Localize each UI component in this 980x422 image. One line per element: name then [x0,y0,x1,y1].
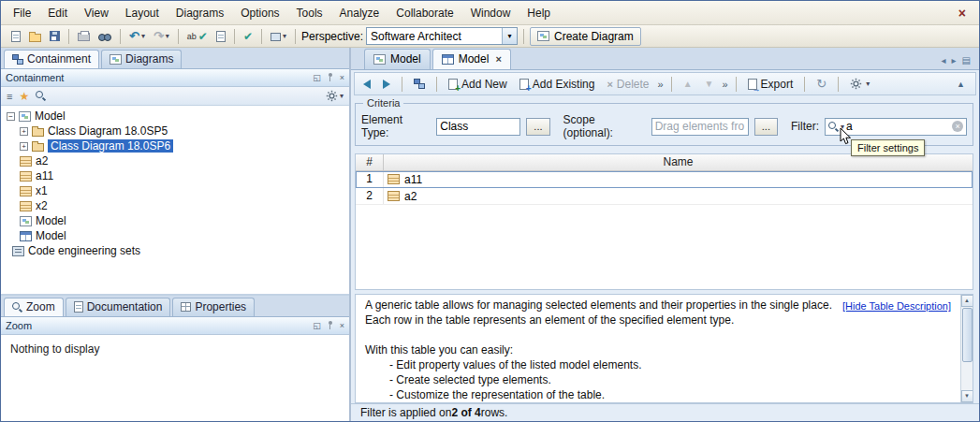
menu-help[interactable]: Help [519,3,559,23]
close-panel-icon[interactable]: × [340,73,344,82]
vertical-scrollbar[interactable]: ▲ ▼ [960,295,973,402]
menu-view[interactable]: View [76,3,117,23]
zoom-panel-header: Zoom ◱ × [1,317,349,335]
menu-diagrams[interactable]: Diagrams [168,3,232,23]
pin-icon[interactable] [327,73,334,82]
menu-collaborate[interactable]: Collaborate [388,3,461,23]
tree-item-code-engineering-sets[interactable]: Code engineering sets [1,243,349,258]
undo-button[interactable]: ↶▾ [126,27,148,45]
tree-item-x1[interactable]: x1 [1,183,349,198]
tree-item-model-diagram[interactable]: Model [1,213,349,228]
move-row-down-button[interactable]: ▼ [701,77,718,91]
export-button[interactable]: Export [744,76,797,93]
print-button[interactable] [75,29,93,43]
notes-button[interactable] [213,29,228,44]
collapse-toolbar-icon[interactable]: ▲ [951,78,971,91]
main-toolbar: ↶▾ ↷▾ ab✔ ✔ ▾ Perspective: Software Arch… [1,25,979,48]
collapse-handle-icon[interactable]: − [7,112,15,121]
tree-item-x2[interactable]: x2 [1,198,349,213]
close-tab-icon[interactable]: × [493,53,501,65]
back-button[interactable] [359,78,374,91]
move-row-up-button[interactable]: ▲ [680,77,696,91]
prev-tab-icon[interactable]: ◂ [941,55,945,65]
scrollbar-thumb[interactable] [962,308,973,362]
tab-model-table[interactable]: Model × [432,49,511,69]
gear-icon[interactable] [326,90,338,102]
show-in-containment-button[interactable] [410,77,429,91]
float-panel-icon[interactable]: ◱ [313,321,321,330]
tab-properties[interactable]: Properties [172,298,255,316]
tab-documentation[interactable]: Documentation [66,298,171,316]
tree-item-model-root[interactable]: − Model [1,109,349,124]
favorites-star-icon[interactable]: ★ [19,92,29,101]
tab-documentation-label: Documentation [87,300,163,313]
expand-handle-icon[interactable]: + [20,127,28,136]
create-diagram-button[interactable]: Create Diagram [530,27,641,46]
collapse-all-icon[interactable]: ≡ [7,92,12,101]
column-header-number[interactable]: # [356,154,384,170]
redo-button[interactable]: ↷▾ [151,27,172,45]
perspective-select[interactable]: Software Architect ▾ [366,27,518,45]
find-button[interactable] [95,31,114,42]
scope-field[interactable] [651,118,749,136]
menu-layout[interactable]: Layout [117,3,168,23]
tab-containment[interactable]: Containment [4,50,99,68]
clear-filter-icon[interactable]: × [952,121,963,132]
tree-item-class-diagram-sp5[interactable]: + Class Diagram 18.0SP5 [1,124,349,138]
search-icon[interactable] [828,122,839,132]
element-type-browse-button[interactable]: ... [526,118,549,136]
menu-window[interactable]: Window [462,3,519,23]
filter-input[interactable] [846,120,950,133]
column-header-name[interactable]: Name [384,154,973,170]
scroll-down-icon[interactable]: ▼ [961,390,973,402]
scope-browse-button[interactable]: ... [754,118,778,136]
open-project-button[interactable] [26,29,44,44]
overflow-chevron-icon[interactable]: » [658,79,664,90]
next-tab-icon[interactable]: ▸ [952,55,957,65]
forward-button[interactable] [379,78,394,91]
spell-check-button[interactable]: ab✔ [184,28,211,45]
menu-edit[interactable]: Edit [39,3,76,23]
module-button[interactable]: ▾ [268,29,289,43]
float-panel-icon[interactable]: ◱ [313,73,321,82]
tab-list-icon[interactable]: ▤ [962,55,971,65]
chevron-down-icon[interactable]: ▾ [502,28,517,44]
search-icon[interactable] [36,91,46,101]
tab-model-diagram[interactable]: Model [364,49,431,69]
chevron-down-icon: ▾ [141,32,145,40]
tree-item-a11[interactable]: a11 [1,168,349,183]
close-icon[interactable]: × [949,6,975,21]
add-existing-button[interactable]: Add Existing [516,76,599,93]
hide-table-description-link[interactable]: [Hide Table Description] [842,298,951,313]
new-project-button[interactable] [8,29,23,44]
expand-handle-icon[interactable]: + [20,142,28,151]
pin-icon[interactable] [327,321,334,330]
validate-button[interactable]: ✔ [241,28,256,45]
delete-button[interactable]: × Delete [603,76,652,93]
element-type-field[interactable] [436,118,520,136]
save-button[interactable] [47,29,63,43]
menu-tools[interactable]: Tools [288,3,331,23]
table-row[interactable]: 1 a11 [356,171,973,188]
tree-item-a2[interactable]: a2 [1,153,349,168]
check-icon: ✔ [198,30,208,43]
gear-icon [850,78,862,90]
refresh-button[interactable]: ↻ [812,75,830,93]
close-panel-icon[interactable]: × [340,321,344,330]
table-row[interactable]: 2 a2 [356,188,973,205]
table-options-button[interactable]: ▾ [846,76,873,92]
scroll-up-icon[interactable]: ▲ [961,295,973,307]
menu-analyze[interactable]: Analyze [331,3,388,23]
add-new-button[interactable]: Add New [445,76,511,93]
tree-item-model-table[interactable]: Model [1,228,349,243]
spell-check-icon: ab [187,32,197,41]
toolbar-separator [523,29,524,44]
overflow-chevron-icon[interactable]: » [722,79,727,90]
tab-properties-label: Properties [195,300,246,313]
menu-options[interactable]: Options [232,3,287,23]
menu-file[interactable]: File [5,3,39,23]
tab-zoom[interactable]: Zoom [4,298,64,316]
tree-item-class-diagram-sp6[interactable]: + Class Diagram 18.0SP6 [1,138,349,153]
chevron-down-icon[interactable]: ▾ [340,92,344,100]
tab-diagrams[interactable]: Diagrams [101,50,182,68]
